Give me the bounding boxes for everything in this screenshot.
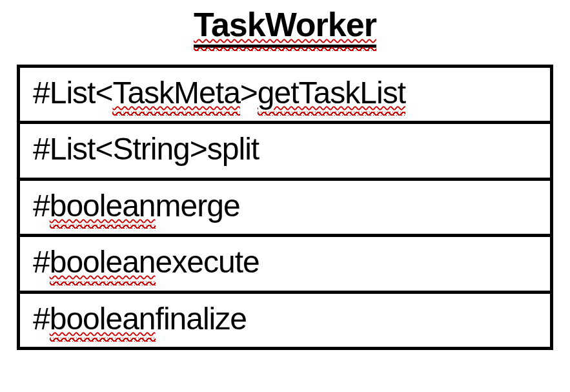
op-type: boolean — [50, 246, 156, 278]
op-type: TaskMeta — [112, 77, 239, 109]
op-name: merge — [156, 190, 240, 222]
op-name: finalize — [156, 303, 247, 335]
op-after-type: > — [240, 77, 258, 109]
op-type: boolean — [50, 190, 156, 222]
operation-row: #boolean execute — [20, 237, 550, 293]
op-type: boolean — [50, 303, 156, 335]
operation-row: #boolean merge — [20, 181, 550, 237]
op-name: getTaskList — [258, 77, 405, 109]
class-name: TaskWorker — [194, 5, 376, 48]
op-prefix: #List<String> — [33, 133, 207, 165]
op-prefix: #List< — [33, 77, 112, 109]
op-prefix: # — [33, 303, 50, 335]
op-name: split — [207, 133, 259, 165]
op-prefix: # — [33, 246, 50, 278]
operation-row: #List<String> split — [20, 124, 550, 180]
op-name: execute — [156, 246, 260, 278]
operation-row: #boolean finalize — [20, 294, 550, 347]
op-prefix: # — [33, 190, 50, 222]
class-title: TaskWorker — [17, 5, 553, 48]
operation-row: #List<TaskMeta> getTaskList — [20, 68, 550, 124]
uml-class-diagram: TaskWorker #List<TaskMeta> getTaskList #… — [0, 0, 570, 350]
operations-compartment: #List<TaskMeta> getTaskList #List<String… — [17, 65, 553, 350]
